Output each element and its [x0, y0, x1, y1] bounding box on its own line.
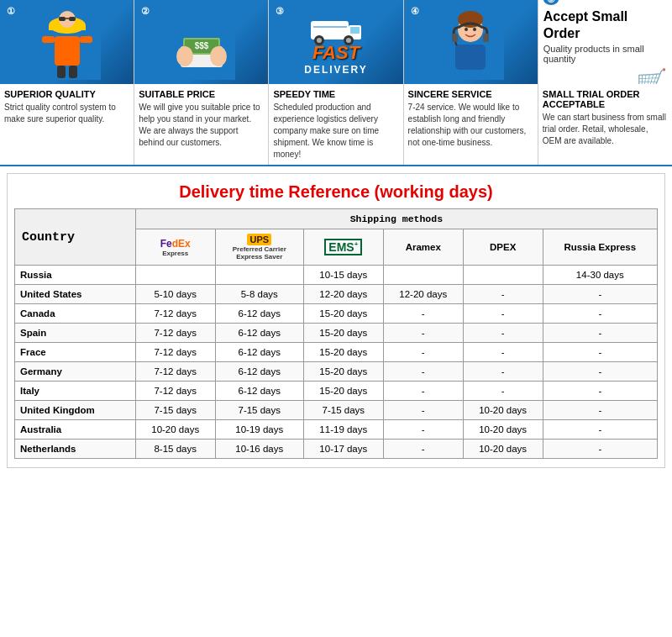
svg-text:$$$: $$$ — [194, 41, 208, 50]
country-cell: Australia — [15, 420, 136, 440]
accept-sub: Quality products in small quantity — [543, 44, 667, 64]
service-image — [437, 4, 504, 80]
data-cell: 7-12 days — [135, 382, 215, 401]
quality-image — [34, 4, 101, 80]
svg-rect-10 — [69, 17, 76, 21]
country-cell: United Kingdom — [15, 401, 136, 420]
header-row-1: Country Shipping methods — [15, 209, 658, 229]
banner-desc-delivery: Scheduled production and experience logi… — [273, 102, 398, 161]
data-cell: 10-15 days — [303, 266, 383, 285]
accept-title: Accept Small Order — [543, 8, 667, 40]
data-cell: 10-19 days — [215, 420, 303, 440]
cart-icon: 🛒 — [636, 67, 667, 84]
data-cell: 10-20 days — [463, 401, 543, 420]
data-cell: 10-20 days — [463, 420, 543, 440]
data-cell: - — [383, 362, 463, 382]
data-cell: - — [383, 324, 463, 343]
badge-4: ④ — [407, 3, 423, 18]
banner-desc-service: 7-24 service. We would like to establish… — [408, 102, 533, 149]
table-body: Russia10-15 days14-30 daysUnited States5… — [15, 266, 658, 459]
data-cell: 7-12 days — [135, 304, 215, 324]
data-cell — [383, 266, 463, 285]
data-cell: - — [383, 401, 463, 420]
data-cell: - — [383, 420, 463, 440]
table-row: Germany7-12 days6-12 days15-20 days--- — [15, 362, 658, 382]
data-cell: 10-16 days — [215, 440, 303, 459]
banner-img-price: ② $$$ — [134, 0, 268, 84]
country-cell: Frace — [15, 343, 136, 362]
banner-img-service: ④ — [404, 0, 538, 84]
banner-item-price: ② $$$ SUITABLE PRICE We will give you su… — [134, 0, 269, 165]
country-cell: Russia — [15, 266, 136, 285]
ems-col-header: EMS+ — [303, 229, 383, 266]
data-cell: - — [543, 440, 657, 459]
data-cell: 15-20 days — [303, 304, 383, 324]
banner-text-quality: SUPERIOR QUALITY Strict quality control … — [0, 84, 134, 129]
table-row: Frace7-12 days6-12 days15-20 days--- — [15, 343, 658, 362]
ups-col-header: UPS Preferred Carrier Express Saver — [215, 229, 303, 266]
data-cell: - — [463, 343, 543, 362]
data-cell: 12-20 days — [383, 285, 463, 304]
data-cell: 10-17 days — [303, 440, 383, 459]
banner-desc-price: We will give you suitable price to help … — [139, 102, 264, 149]
data-cell: - — [543, 324, 657, 343]
data-cell: - — [463, 304, 543, 324]
banner-desc-order: We can start business from small trial o… — [543, 112, 668, 147]
svg-rect-8 — [69, 66, 77, 78]
badge-2: ② — [138, 3, 153, 18]
svg-point-36 — [465, 28, 468, 31]
data-cell: - — [543, 420, 657, 440]
svg-point-18 — [210, 46, 227, 66]
fedex-logo: FedEx Express — [139, 238, 212, 257]
country-cell: Netherlands — [15, 440, 136, 459]
banner-img-order: ⑤ Accept Small Order Quality products in… — [538, 0, 672, 84]
banner-item-quality: ① SUPERIOR — [0, 0, 134, 165]
data-cell: 6-12 days — [215, 304, 303, 324]
svg-rect-31 — [452, 34, 458, 42]
svg-rect-7 — [57, 66, 66, 78]
dpex-col-header: DPEX — [463, 229, 543, 266]
data-cell: 8-15 days — [135, 440, 215, 459]
svg-rect-32 — [483, 34, 489, 42]
delivery-text: DELIVERY — [304, 64, 368, 76]
data-cell: 15-20 days — [303, 324, 383, 343]
data-cell — [215, 266, 303, 285]
data-cell: - — [383, 304, 463, 324]
data-cell: 6-12 days — [215, 324, 303, 343]
data-cell: - — [543, 362, 657, 382]
banner-title-service: SINCERE SERVICE — [408, 89, 533, 99]
delivery-title: Delivery time Reference (working days) — [14, 182, 658, 202]
table-row: Netherlands8-15 days10-16 days10-17 days… — [15, 440, 658, 459]
table-row: Canada7-12 days6-12 days15-20 days--- — [15, 304, 658, 324]
data-cell: 5-10 days — [135, 285, 215, 304]
svg-rect-4 — [55, 36, 80, 66]
fast-text: FAST — [312, 42, 360, 63]
data-cell: 10-20 days — [135, 420, 215, 440]
svg-rect-22 — [350, 27, 360, 34]
data-cell: - — [543, 382, 657, 401]
country-header: Country — [15, 209, 136, 266]
table-row: United Kingdom7-15 days7-15 days7-15 day… — [15, 401, 658, 420]
data-cell: 6-12 days — [215, 382, 303, 401]
data-cell: - — [543, 304, 657, 324]
data-cell: 15-20 days — [303, 343, 383, 362]
data-cell: 7-12 days — [135, 343, 215, 362]
svg-point-37 — [473, 28, 476, 31]
data-cell: - — [543, 285, 657, 304]
data-cell: - — [383, 343, 463, 362]
data-cell: 7-12 days — [135, 324, 215, 343]
banner-text-price: SUITABLE PRICE We will give you suitable… — [134, 84, 268, 153]
svg-point-17 — [176, 46, 193, 66]
data-cell: 6-12 days — [215, 343, 303, 362]
data-cell: 11-19 days — [303, 420, 383, 440]
fast-delivery-graphic: FAST DELIVERY — [304, 8, 368, 76]
data-cell: - — [463, 382, 543, 401]
svg-rect-5 — [42, 36, 55, 43]
delivery-section: Delivery time Reference (working days) C… — [7, 173, 665, 468]
banner-desc-quality: Strict quality control system to make su… — [4, 102, 129, 125]
data-cell: 6-12 days — [215, 362, 303, 382]
delivery-van — [307, 8, 365, 46]
banner-text-service: SINCERE SERVICE 7-24 service. We would l… — [404, 84, 538, 153]
table-row: Italy7-12 days6-12 days15-20 days--- — [15, 382, 658, 401]
data-cell: - — [383, 440, 463, 459]
